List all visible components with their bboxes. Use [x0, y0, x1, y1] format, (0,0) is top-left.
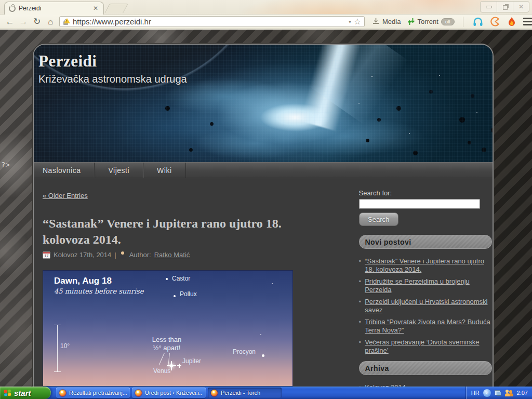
- toolbar-divider: [463, 17, 463, 27]
- arhiva-header: Arhiva: [359, 361, 492, 375]
- list-item: •Perzeidi uključeni u Hrvatski astronoms…: [359, 298, 493, 314]
- header-stars: [34, 45, 35, 46]
- site-navigation: Naslovnica Vijesti Wiki: [34, 162, 493, 178]
- taskbar: start Rezultati pretraživanj... Uredi po…: [0, 387, 532, 399]
- media-label: Media: [382, 18, 401, 25]
- list-item: •Tribina “Povratak života na Mars? Buduć…: [359, 318, 493, 335]
- home-button[interactable]: ⌂: [44, 18, 57, 26]
- novi-postovi-header: Novi postovi: [359, 235, 492, 249]
- language-indicator[interactable]: HR: [471, 390, 480, 396]
- security-warning-icon[interactable]: [63, 18, 70, 25]
- chart-subtitle: 45 minutes before sunrise: [54, 287, 143, 295]
- forward-button[interactable]: →: [17, 17, 30, 26]
- castor-star: [166, 278, 168, 280]
- media-download-icon: [372, 18, 380, 25]
- torrent-arrows-icon: [408, 18, 415, 25]
- torch-flame-icon[interactable]: [508, 17, 516, 26]
- taskbar-button-edit-post[interactable]: Uredi post ‹ Križevci.i...: [132, 388, 206, 398]
- url-text[interactable]: https://www.perzeidi.hr: [73, 17, 346, 26]
- list-item: •Pridružite se Perzeidima u brojenju Per…: [359, 277, 493, 294]
- menu-icon[interactable]: [523, 18, 532, 25]
- calendar-icon: 17: [43, 251, 50, 259]
- tab-strip: Perzeidi ✕ ✕: [0, 0, 532, 15]
- restore-icon: [503, 5, 508, 10]
- author-label: Author:: [129, 251, 151, 259]
- site-title[interactable]: Perzeidi: [38, 52, 97, 71]
- post-link[interactable]: Pridružite se Perzeidima u brojenju Perz…: [365, 277, 493, 294]
- castor-label: Castor: [172, 275, 190, 282]
- post-link[interactable]: Perzeidi uključeni u Hrvatski astronomsk…: [365, 298, 493, 314]
- tab-favicon-icon: [9, 5, 16, 12]
- main-column: « Older Entries “Sastanak” Venere i Jupi…: [43, 178, 348, 387]
- pollux-star: [174, 295, 176, 297]
- start-label: start: [14, 389, 31, 397]
- scale-cap-top: [54, 325, 61, 325]
- browser-toolbar: ← → ↻ ⌂ https://www.perzeidi.hr ▾ ☆ Medi…: [0, 15, 532, 29]
- chevron-down-icon[interactable]: ▾: [349, 19, 351, 24]
- site-container: Perzeidi Križevačka astronomska udruga N…: [33, 44, 494, 387]
- venus-label: Venus: [153, 367, 170, 375]
- page-viewport: ?> Perzeidi Križevačka astronomska udrug…: [0, 30, 532, 387]
- pointer-line-1: [158, 353, 164, 365]
- nav-item-vijesti[interactable]: Vijesti: [95, 163, 143, 178]
- jupiter-label: Jupiter: [182, 357, 201, 365]
- taskbar-button-search-results[interactable]: Rezultati pretraživanj...: [56, 388, 130, 398]
- novi-postovi-list: •“Sastanak” Venere i Jupitera rano ujutr…: [359, 257, 493, 355]
- faint-star-1: [272, 283, 273, 284]
- restore-button[interactable]: [497, 2, 513, 12]
- system-tray: HR ‹ 2:07: [466, 387, 532, 399]
- faint-star-2: [260, 334, 261, 335]
- torch-browser-icon: [59, 390, 66, 396]
- author-link[interactable]: Ratko Matić: [154, 251, 190, 259]
- author-icon: [119, 251, 126, 259]
- torrent-label: Torrent: [417, 18, 438, 25]
- start-button[interactable]: start: [0, 387, 51, 399]
- games-pacman-icon[interactable]: [490, 17, 500, 26]
- scale-bar: [57, 325, 58, 371]
- music-headphones-icon[interactable]: [473, 17, 483, 26]
- post-title: “Sastanak” Venere i Jupitera rano ujutro…: [43, 216, 305, 248]
- browser-tab[interactable]: Perzeidi ✕: [4, 2, 104, 15]
- tab-close-icon[interactable]: ✕: [92, 5, 99, 12]
- older-entries-link[interactable]: « Older Entries: [43, 192, 88, 200]
- nav-item-naslovnica[interactable]: Naslovnica: [34, 163, 95, 178]
- bookmark-star-icon[interactable]: ☆: [354, 17, 361, 26]
- post-link[interactable]: Večeras predavanje ‘Divota svemirske pra…: [365, 338, 493, 355]
- media-extension-button[interactable]: Media: [372, 18, 401, 25]
- close-button[interactable]: ✕: [513, 2, 529, 12]
- chart-title: Dawn, Aug 18: [54, 276, 112, 286]
- scale-cap-bottom: [54, 371, 61, 372]
- search-button[interactable]: Search: [359, 212, 398, 226]
- torrent-off-badge: off: [441, 18, 455, 25]
- network-tray-icon[interactable]: [495, 390, 501, 396]
- torrent-extension-button[interactable]: Torrent off: [408, 18, 454, 25]
- sky-chart-image[interactable]: Dawn, Aug 18 45 minutes before sunrise C…: [43, 270, 293, 387]
- asteroid-field: [34, 45, 36, 47]
- taskbar-clock[interactable]: 2:07: [517, 390, 528, 396]
- site-subtitle: Križevačka astronomska udruga: [38, 73, 187, 85]
- tray-collapse-icon[interactable]: ‹: [483, 389, 491, 397]
- toolbar-right-icons: [473, 17, 532, 26]
- search-input[interactable]: [359, 199, 480, 209]
- list-item: •Večeras predavanje ‘Divota svemirske pr…: [359, 338, 493, 355]
- address-bar[interactable]: https://www.perzeidi.hr ▾ ☆: [59, 16, 365, 27]
- back-button[interactable]: ←: [3, 17, 17, 26]
- new-tab-button[interactable]: [104, 4, 128, 13]
- pointer-line-2: [168, 353, 170, 366]
- sidebar: Search for: Search Novi postovi •“Sastan…: [359, 178, 493, 387]
- post-link[interactable]: Tribina “Povratak života na Mars? Buduća…: [365, 318, 493, 335]
- post-link[interactable]: “Sastanak” Venere i Jupitera rano ujutro…: [365, 257, 493, 274]
- minimize-button[interactable]: [481, 2, 497, 12]
- windows-logo-icon: [4, 389, 12, 396]
- taskbar-button-perzeidi[interactable]: Perzeidi - Torch: [208, 388, 282, 398]
- stray-php-text: ?>: [1, 161, 10, 169]
- minimize-icon: [486, 6, 492, 8]
- reload-button[interactable]: ↻: [30, 17, 44, 26]
- window-controls: ✕: [480, 1, 529, 12]
- list-item: •“Sastanak” Venere i Jupitera rano ujutr…: [359, 257, 493, 274]
- nav-item-wiki[interactable]: Wiki: [143, 163, 185, 178]
- pollux-label: Pollux: [180, 290, 197, 298]
- tab-title: Perzeidi: [19, 5, 89, 12]
- jupiter-star: [177, 364, 181, 368]
- users-tray-icon[interactable]: [505, 390, 513, 396]
